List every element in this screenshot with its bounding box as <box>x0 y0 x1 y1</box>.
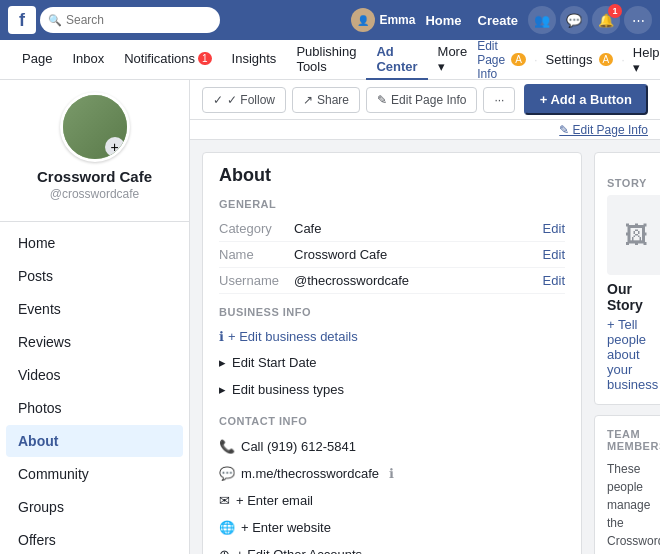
edit-icon: ✎ <box>377 93 387 107</box>
sidebar-item-offers[interactable]: Offers <box>6 524 183 554</box>
username-edit[interactable]: Edit <box>543 273 565 288</box>
top-navigation: f 🔍 👤 Emma Home Create 👥 💬 🔔 1 ⋯ <box>0 0 660 40</box>
team-title: TEAM MEMBERS <box>607 428 660 452</box>
follow-icon: ✓ <box>213 93 223 107</box>
sidebar-item-photos[interactable]: Photos <box>6 392 183 424</box>
arrow-icon-types: ▸ <box>219 382 226 397</box>
business-info-title: BUSINESS INFO <box>219 306 565 318</box>
username-label: Username <box>219 273 294 288</box>
website-item[interactable]: 🌐 + Enter website <box>219 514 565 541</box>
notifications-nav-badge: 1 <box>198 52 212 65</box>
right-panel: STORY 🖼 Our Story + Tell people about yo… <box>594 152 660 554</box>
messenger-item[interactable]: 💬 m.me/thecrosswordcafe ℹ <box>219 460 565 487</box>
add-button-primary[interactable]: + Add a Button <box>524 84 648 115</box>
avatar: 👤 <box>351 8 375 32</box>
sidebar-item-about[interactable]: About <box>6 425 183 457</box>
share-icon: ↗ <box>303 93 313 107</box>
email-item[interactable]: ✉ + Enter email <box>219 487 565 514</box>
username-row: Username @thecrosswordcafe Edit <box>219 268 565 294</box>
username-value: @thecrosswordcafe <box>294 273 543 288</box>
messenger-icon-btn[interactable]: 💬 <box>560 6 588 34</box>
edit-business-types[interactable]: ▸ Edit business types <box>219 376 565 403</box>
name-value: Crossword Cafe <box>294 247 543 262</box>
edit-start-date[interactable]: ▸ Edit Start Date <box>219 349 565 376</box>
tell-people-link[interactable]: + Tell people about your business <box>607 317 660 392</box>
info-icon: ℹ <box>219 329 224 344</box>
search-bar[interactable]: 🔍 <box>40 7 220 33</box>
sidebar-item-videos[interactable]: Videos <box>6 359 183 391</box>
nav-ad-center[interactable]: Ad Center <box>366 40 427 80</box>
nav-insights[interactable]: Insights <box>222 40 287 80</box>
search-input[interactable] <box>66 13 206 27</box>
settings-link[interactable]: Settings A <box>546 52 614 67</box>
sidebar-item-groups[interactable]: Groups <box>6 491 183 523</box>
sidebar-item-events[interactable]: Events <box>6 293 183 325</box>
nav-publishing-tools[interactable]: Publishing Tools <box>286 40 366 80</box>
content-panels: About GENERAL Category Cafe Edit Name Cr… <box>190 140 660 554</box>
share-button[interactable]: ↗ Share <box>292 87 360 113</box>
about-title: About <box>219 165 565 186</box>
edit-page-info-button[interactable]: ✎ Edit Page Info <box>366 87 477 113</box>
page-content: ✓ ✓ Follow ↗ Share ✎ Edit Page Info ··· … <box>190 80 660 554</box>
nav-more[interactable]: More ▾ <box>428 40 478 80</box>
create-link[interactable]: Create <box>472 13 524 28</box>
user-name: Emma <box>379 13 415 27</box>
profile-avatar: + <box>60 92 130 162</box>
team-section: TEAM MEMBERS These people manage the Cro… <box>594 415 660 554</box>
category-row: Category Cafe Edit <box>219 216 565 242</box>
contact-info-title: CONTACT INFO <box>219 415 565 427</box>
page-navigation: Page Inbox Notifications 1 Insights Publ… <box>0 40 660 80</box>
category-label: Category <box>219 221 294 236</box>
notifications-icon-btn[interactable]: 🔔 1 <box>592 6 620 34</box>
nav-right: 👤 Emma Home Create 👥 💬 🔔 1 ⋯ <box>351 6 652 34</box>
main-layout: + Crossword Cafe @crosswordcafe Home Pos… <box>0 80 660 554</box>
arrow-icon-start: ▸ <box>219 355 226 370</box>
nav-notifications[interactable]: Notifications 1 <box>114 40 221 80</box>
messenger-icon: 💬 <box>219 466 235 481</box>
profile-section: + Crossword Cafe @crosswordcafe <box>0 80 189 222</box>
team-description: These people manage the Crossword Cafe P… <box>607 460 660 554</box>
left-sidebar: + Crossword Cafe @crosswordcafe Home Pos… <box>0 80 190 554</box>
phone-item[interactable]: 📞 Call (919) 612-5841 <box>219 433 565 460</box>
accounts-icon: ⊕ <box>219 547 230 554</box>
sidebar-item-home[interactable]: Home <box>6 227 183 259</box>
add-photo-button[interactable]: + <box>105 137 125 157</box>
page-action-bar: ✓ ✓ Follow ↗ Share ✎ Edit Page Info ··· … <box>190 80 660 120</box>
notification-badge: 1 <box>608 4 622 18</box>
story-title: STORY <box>607 177 660 189</box>
page-username: @crosswordcafe <box>12 187 177 201</box>
nav-page[interactable]: Page <box>12 40 62 80</box>
search-icon: 🔍 <box>48 14 62 27</box>
help-link[interactable]: Help ▾ <box>633 45 660 75</box>
edit-page-info-link[interactable]: Edit Page Info A <box>477 39 526 81</box>
user-profile[interactable]: 👤 Emma <box>351 8 415 32</box>
edit-business-details-link[interactable]: ℹ + Edit business details <box>219 324 565 349</box>
people-icon-btn[interactable]: 👥 <box>528 6 556 34</box>
follow-button[interactable]: ✓ ✓ Follow <box>202 87 286 113</box>
page-name: Crossword Cafe <box>12 168 177 185</box>
email-icon: ✉ <box>219 493 230 508</box>
menu-icon-btn[interactable]: ⋯ <box>624 6 652 34</box>
sidebar-item-posts[interactable]: Posts <box>6 260 183 292</box>
nav-inbox[interactable]: Inbox <box>62 40 114 80</box>
story-section: STORY 🖼 Our Story + Tell people about yo… <box>594 152 660 405</box>
our-story-label: Our Story <box>607 281 660 313</box>
category-edit[interactable]: Edit <box>543 221 565 236</box>
more-options-button[interactable]: ··· <box>483 87 515 113</box>
sidebar-item-reviews[interactable]: Reviews <box>6 326 183 358</box>
image-placeholder-icon: 🖼 <box>625 221 649 249</box>
name-edit[interactable]: Edit <box>543 247 565 262</box>
sidebar-item-community[interactable]: Community <box>6 458 183 490</box>
category-value: Cafe <box>294 221 543 236</box>
other-accounts-item[interactable]: ⊕ + Edit Other Accounts <box>219 541 565 554</box>
about-panel: About GENERAL Category Cafe Edit Name Cr… <box>202 152 582 554</box>
info-tooltip-icon: ℹ <box>389 466 394 481</box>
name-row: Name Crossword Cafe Edit <box>219 242 565 268</box>
story-placeholder: 🖼 <box>607 195 660 275</box>
home-link[interactable]: Home <box>419 13 467 28</box>
general-section-title: GENERAL <box>219 198 565 210</box>
edit-page-info-top-link[interactable]: ✎ Edit Page Info <box>559 123 648 137</box>
sidebar-navigation: Home Posts Events Reviews Videos Photos … <box>0 222 189 554</box>
globe-icon: 🌐 <box>219 520 235 535</box>
name-label: Name <box>219 247 294 262</box>
